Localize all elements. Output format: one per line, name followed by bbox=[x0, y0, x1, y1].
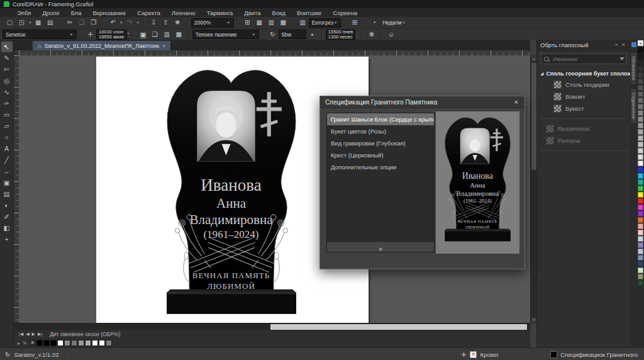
palette-color-swatch[interactable] bbox=[638, 211, 643, 217]
paste-button[interactable]: ❐ bbox=[87, 18, 99, 28]
menu-item[interactable]: Дропе bbox=[36, 9, 65, 16]
fill-color-swatch[interactable] bbox=[550, 351, 557, 358]
preset-combo[interactable]: Еегогрез ▾ bbox=[309, 18, 341, 28]
expander-icon[interactable]: ◢ bbox=[540, 71, 543, 76]
crop-tool[interactable]: ✄ bbox=[1, 64, 13, 75]
search-input[interactable] bbox=[552, 55, 617, 63]
palette-color-swatch[interactable] bbox=[638, 217, 643, 223]
text-tool[interactable]: A bbox=[1, 143, 13, 154]
chevron-down-icon[interactable]: ▾ bbox=[28, 20, 32, 25]
palette-color-swatch[interactable] bbox=[638, 274, 643, 279]
zoom-tool[interactable]: ◎ bbox=[1, 76, 13, 86]
style-combo[interactable]: Senetoe ▾ bbox=[3, 30, 77, 39]
list-expand-bar[interactable]: » bbox=[327, 242, 434, 252]
palette-color-swatch[interactable] bbox=[638, 91, 643, 97]
lock-ratio-icon[interactable]: ● bbox=[306, 30, 318, 40]
document-color-swatch[interactable] bbox=[71, 340, 77, 346]
palette-pen-icon[interactable]: ✎ bbox=[23, 340, 27, 346]
zoom-level-combo[interactable]: 2000% ▾ bbox=[191, 18, 234, 28]
ruler-origin[interactable] bbox=[14, 50, 19, 55]
export-button[interactable]: ⇧ bbox=[160, 18, 172, 28]
palette-color-swatch[interactable] bbox=[638, 192, 643, 198]
object-position-fields[interactable]: 16030 voон 18550 амае bbox=[96, 30, 127, 40]
more-tools-button[interactable]: + bbox=[1, 234, 13, 245]
palette-color-swatch[interactable] bbox=[638, 154, 643, 160]
palette-color-swatch[interactable] bbox=[638, 223, 643, 229]
dialog-title-bar[interactable]: Спецификация Гранитного Памятника × bbox=[320, 96, 525, 108]
palette-color-swatch[interactable] bbox=[638, 53, 643, 59]
chevron-double-icon[interactable]: » bbox=[613, 42, 620, 48]
mode-combo[interactable]: Тепоее пшеение ▾ bbox=[192, 30, 259, 39]
ellipse-tool[interactable]: ○ bbox=[1, 132, 13, 143]
print-button[interactable]: ▤ bbox=[44, 18, 56, 28]
palette-color-swatch[interactable] bbox=[638, 148, 643, 154]
close-icon[interactable]: × bbox=[162, 43, 165, 49]
menu-item[interactable]: Вокд bbox=[267, 9, 291, 16]
duplicate-button[interactable]: ❏ bbox=[149, 30, 161, 40]
palette-color-swatch[interactable] bbox=[638, 173, 643, 179]
outline-color-swatch[interactable]: ✕ bbox=[470, 351, 477, 358]
save-button[interactable]: ▦ bbox=[32, 18, 44, 28]
previous-page-button[interactable]: ◀ bbox=[26, 332, 29, 337]
document-color-swatch[interactable] bbox=[64, 340, 70, 346]
palette-color-swatch[interactable] bbox=[638, 66, 643, 72]
palette-color-swatch[interactable] bbox=[638, 255, 643, 261]
import-button[interactable]: ⇩ bbox=[148, 18, 160, 28]
menu-item[interactable]: Тарминга bbox=[201, 9, 239, 16]
palette-color-swatch[interactable] bbox=[638, 261, 643, 267]
next-page-button[interactable]: ▶ bbox=[32, 332, 35, 337]
menu-item[interactable]: Эпбя bbox=[11, 9, 36, 16]
specification-item[interactable]: Вид гравировки (Глубокая) bbox=[327, 137, 434, 149]
palette-color-swatch[interactable] bbox=[638, 98, 643, 103]
menu-item[interactable]: Сореена bbox=[327, 9, 363, 16]
snap-options-button[interactable]: ▩ bbox=[277, 18, 289, 28]
dialog-close-icon[interactable]: × bbox=[513, 98, 519, 106]
palette-color-swatch[interactable] bbox=[638, 110, 643, 116]
specification-item[interactable]: Дополнительные опции bbox=[327, 161, 434, 173]
flyout-icon[interactable]: ▸ bbox=[18, 340, 20, 346]
canvas-object-monument[interactable] bbox=[160, 67, 303, 320]
palette-scroll-up-button[interactable]: ▴ bbox=[638, 40, 643, 46]
cut-button[interactable]: ✂ bbox=[64, 18, 75, 28]
palette-color-swatch[interactable] bbox=[638, 85, 643, 91]
docker-item-disabled[interactable]: Pemena bbox=[537, 135, 630, 147]
artistic-media-tool[interactable]: ✑ bbox=[1, 98, 13, 109]
docker-item-disabled[interactable]: Resomonus bbox=[537, 123, 630, 135]
palette-color-swatch[interactable] bbox=[638, 47, 643, 53]
palette-color-swatch[interactable] bbox=[638, 142, 643, 147]
page-tab-label[interactable]: Дит свеевнее окоое (ОБР%) bbox=[50, 331, 120, 337]
menu-item[interactable]: Вкрноаание bbox=[87, 9, 131, 16]
document-color-swatch[interactable] bbox=[50, 340, 57, 346]
rectangle-tool[interactable]: ▭ bbox=[1, 110, 13, 120]
feedback-face-icon[interactable]: ☺ bbox=[385, 30, 397, 40]
pick-tool[interactable]: ↖ bbox=[1, 42, 13, 52]
size-spinner[interactable]: − − bbox=[356, 31, 358, 38]
application-launcher-button[interactable]: ⊞ bbox=[348, 18, 360, 28]
last-page-button[interactable]: ▶| bbox=[38, 332, 42, 337]
docker-search-box[interactable] bbox=[541, 53, 626, 64]
document-color-swatch[interactable] bbox=[57, 340, 64, 346]
shape-tool[interactable]: ✎ bbox=[1, 53, 13, 64]
open-button[interactable]: ◳ bbox=[16, 18, 28, 28]
fill-tool[interactable]: ◐ bbox=[1, 200, 13, 211]
palette-color-swatch[interactable] bbox=[638, 280, 643, 286]
publish-button[interactable]: ❖ bbox=[172, 18, 184, 28]
copy-button[interactable]: ❏ bbox=[75, 18, 87, 28]
scroll-up-button[interactable]: ▴ bbox=[531, 56, 536, 61]
show-guides-button[interactable]: ▥ bbox=[265, 18, 277, 28]
document-tab[interactable]: ⌂ Saratov_v_91.03.2022_МеапоеПК_Лакптонк… bbox=[33, 41, 170, 50]
menu-item[interactable]: Бпа bbox=[65, 9, 87, 16]
fullscreen-button[interactable]: ⊞ bbox=[242, 18, 253, 28]
scroll-down-button[interactable]: ▾ bbox=[531, 317, 536, 322]
docker-item[interactable]: Букест bbox=[537, 103, 630, 115]
line-tool[interactable]: ╱ bbox=[1, 155, 13, 166]
menu-item[interactable]: Воитшие bbox=[291, 9, 328, 16]
palette-color-swatch[interactable] bbox=[638, 205, 643, 210]
docker-close-icon[interactable]: × bbox=[620, 42, 627, 48]
palette-color-swatch[interactable] bbox=[638, 160, 643, 166]
redo-button[interactable]: ↷ bbox=[124, 18, 136, 28]
palette-color-swatch[interactable] bbox=[638, 167, 643, 172]
palette-color-swatch[interactable] bbox=[638, 116, 643, 122]
horizontal-scrollbar-thumb[interactable] bbox=[270, 324, 527, 330]
mirror-v-button[interactable]: ▩ bbox=[173, 30, 185, 40]
